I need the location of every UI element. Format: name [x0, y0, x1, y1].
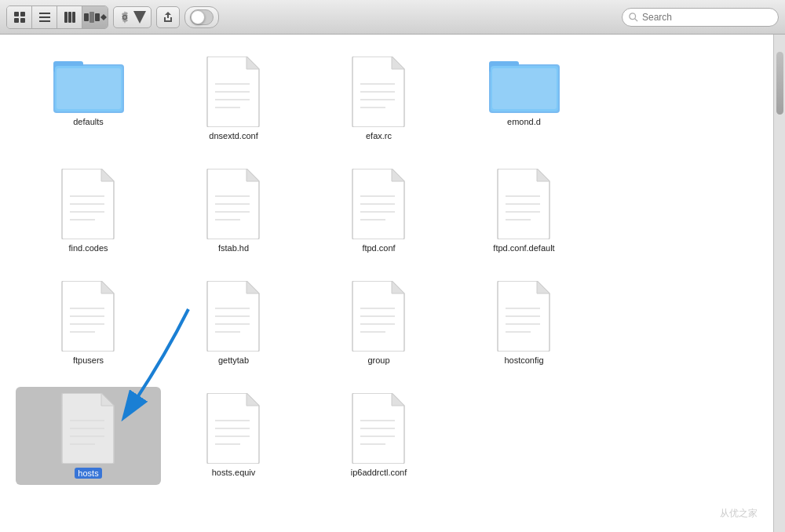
svg-rect-12 — [95, 13, 100, 21]
svg-rect-21 — [57, 68, 121, 109]
toolbar — [0, 0, 785, 35]
file-item-emond-d[interactable]: emond.d — [451, 50, 597, 147]
search-input[interactable] — [642, 12, 770, 23]
toggle-btn[interactable] — [184, 6, 219, 28]
file-label: group — [367, 355, 389, 365]
file-item-dnsextd-conf[interactable]: dnsextd.conf — [161, 50, 306, 147]
icon-view-btn[interactable] — [7, 6, 32, 28]
search-box[interactable] — [622, 8, 779, 27]
file-label: hosts.equiv — [212, 468, 256, 477]
column-view-btn[interactable] — [57, 6, 82, 28]
document-icon — [351, 56, 407, 127]
svg-rect-6 — [39, 20, 50, 22]
main-area: defaults dnsextd.conf efax.rc — [0, 35, 785, 532]
share-btn[interactable] — [156, 6, 180, 28]
file-item-group[interactable]: group — [306, 275, 451, 371]
watermark: 从优之家 — [720, 507, 758, 520]
svg-rect-33 — [492, 68, 557, 109]
svg-rect-10 — [84, 13, 89, 21]
document-icon — [206, 169, 262, 239]
file-grid: defaults dnsextd.conf efax.rc — [16, 50, 765, 485]
svg-point-16 — [630, 13, 636, 19]
document-icon — [496, 281, 553, 352]
scrollbar-thumb[interactable] — [776, 52, 783, 115]
file-label: ftpd.conf.default — [493, 243, 554, 253]
file-item-ftpd-conf-default[interactable]: ftpd.conf.default — [451, 162, 597, 259]
svg-marker-13 — [100, 14, 107, 17]
svg-rect-1 — [20, 12, 25, 16]
file-label: ip6addrctl.conf — [351, 468, 407, 477]
svg-rect-11 — [89, 12, 94, 23]
document-icon — [496, 169, 553, 239]
document-icon — [351, 281, 407, 352]
view-mode-group — [6, 5, 108, 29]
svg-marker-14 — [100, 17, 107, 20]
action-btn[interactable] — [113, 6, 152, 28]
file-item-hostconfig[interactable]: hostconfig — [451, 275, 597, 371]
svg-rect-3 — [20, 18, 25, 23]
folder-icon — [53, 56, 124, 113]
document-icon — [351, 393, 407, 464]
file-label: find.codes — [68, 243, 108, 253]
document-icon — [206, 281, 262, 352]
file-label: hosts — [75, 468, 101, 479]
file-item-defaults[interactable]: defaults — [16, 50, 161, 147]
folder-icon — [489, 56, 560, 113]
file-item-ip6addrctl-conf[interactable]: ip6addrctl.conf — [306, 387, 451, 485]
svg-rect-8 — [68, 12, 71, 23]
svg-rect-2 — [14, 18, 19, 23]
document-icon — [351, 169, 407, 239]
search-icon — [629, 13, 638, 22]
file-label: ftpd.conf — [362, 243, 395, 253]
scrollbar-track[interactable] — [773, 35, 785, 532]
file-item-find-codes[interactable]: find.codes — [16, 162, 161, 259]
document-icon — [60, 169, 117, 239]
file-item-fstab-hd[interactable]: fstab.hd — [161, 162, 306, 259]
svg-rect-0 — [14, 12, 19, 16]
file-label: hostconfig — [504, 355, 543, 365]
svg-marker-15 — [133, 11, 146, 24]
file-label: efax.rc — [366, 131, 392, 140]
document-icon — [206, 56, 262, 127]
file-item-ftpusers[interactable]: ftpusers — [16, 275, 161, 371]
file-label: fstab.hd — [218, 243, 249, 253]
document-icon — [60, 393, 117, 464]
file-label: dnsextd.conf — [209, 131, 257, 140]
file-label: gettytab — [218, 355, 249, 365]
list-view-btn[interactable] — [32, 6, 57, 28]
file-item-ftpd-conf[interactable]: ftpd.conf — [306, 162, 451, 259]
svg-rect-5 — [39, 16, 50, 18]
document-icon — [60, 281, 117, 352]
file-item-efax-rc[interactable]: efax.rc — [306, 50, 451, 147]
file-label: emond.d — [507, 117, 541, 126]
svg-rect-4 — [39, 13, 50, 14]
file-item-hosts-equiv[interactable]: hosts.equiv — [161, 387, 306, 485]
svg-rect-7 — [64, 12, 68, 23]
coverflow-view-btn[interactable] — [82, 6, 108, 28]
file-item-hosts[interactable]: hosts — [16, 387, 161, 485]
document-icon — [206, 393, 262, 464]
file-label: ftpusers — [73, 355, 104, 365]
file-label: defaults — [73, 117, 104, 126]
svg-rect-9 — [72, 12, 75, 23]
svg-line-17 — [635, 18, 637, 20]
file-item-gettytab[interactable]: gettytab — [161, 275, 306, 371]
file-content: defaults dnsextd.conf efax.rc — [0, 35, 773, 532]
